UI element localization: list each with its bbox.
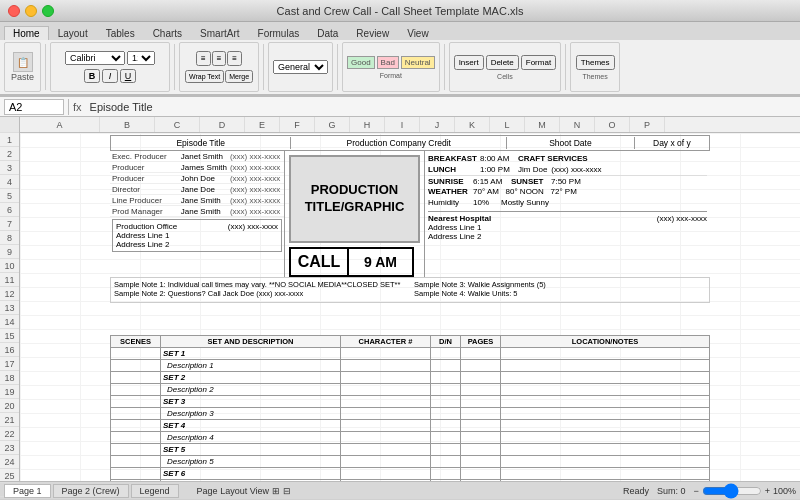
dn-cell [431, 360, 461, 372]
table-row: Description 1 [111, 360, 710, 372]
tab-layout[interactable]: Layout [49, 26, 97, 40]
tab-view[interactable]: View [398, 26, 438, 40]
dn-cell [431, 480, 461, 482]
col-l[interactable]: L [490, 117, 525, 132]
wrap-text-button[interactable]: Wrap Text [185, 70, 224, 83]
col-b[interactable]: B [100, 117, 155, 132]
tab-charts[interactable]: Charts [144, 26, 191, 40]
number-format-select[interactable]: General [273, 60, 328, 74]
col-k[interactable]: K [455, 117, 490, 132]
col-h[interactable]: H [350, 117, 385, 132]
crew-name-5: Jane Smith [181, 207, 230, 216]
align-right-button[interactable]: ≡ [227, 51, 242, 66]
crew-role-3: Director [110, 185, 181, 194]
delete-button[interactable]: Delete [486, 55, 519, 70]
row-header-8: 8 [0, 231, 19, 245]
maximize-button[interactable] [42, 5, 54, 17]
ribbon: Home Layout Tables Charts SmartArt Formu… [0, 22, 800, 97]
table-row: SET 1 [111, 348, 710, 360]
col-p[interactable]: P [630, 117, 665, 132]
loc-cell [501, 468, 710, 480]
col-m[interactable]: M [525, 117, 560, 132]
row-header-10: 10 [0, 259, 19, 273]
hospital-section: Nearest Hospital (xxx) xxx-xxxx Address … [428, 211, 707, 241]
merge-button[interactable]: Merge [225, 70, 253, 83]
col-f[interactable]: F [280, 117, 315, 132]
scene-cell [111, 468, 161, 480]
row-header-16: 16 [0, 343, 19, 357]
crew-role-4: Line Producer [110, 196, 181, 205]
loc-cell [501, 348, 710, 360]
paste-button[interactable]: 📋 Paste [9, 51, 36, 83]
minimize-button[interactable] [25, 5, 37, 17]
note4: Sample Note 4: Walkie Units: 5 [414, 289, 706, 298]
col-i[interactable]: I [385, 117, 420, 132]
row-header-4: 4 [0, 175, 19, 189]
crew-row-4: Line Producer Jane Smith (xxx) xxx-xxxx [110, 195, 284, 206]
col-n[interactable]: N [560, 117, 595, 132]
row-header-1: 1 [0, 133, 19, 147]
zoom-in-btn[interactable]: + [765, 486, 770, 496]
col-o[interactable]: O [595, 117, 630, 132]
tab-formulas[interactable]: Formulas [249, 26, 309, 40]
sheet-content[interactable]: Episode Title Production Company Credit … [20, 133, 800, 481]
char-cell [341, 480, 431, 482]
loc-cell [501, 384, 710, 396]
font-size-select[interactable]: 11 [127, 51, 155, 65]
format-button[interactable]: Format [521, 55, 556, 70]
view-controls: Page Layout View ⊞ ⊟ [197, 486, 291, 496]
col-c[interactable]: C [155, 117, 200, 132]
col-e[interactable]: E [245, 117, 280, 132]
tab-home[interactable]: Home [4, 26, 49, 40]
close-button[interactable] [8, 5, 20, 17]
char-cell [341, 360, 431, 372]
font-family-select[interactable]: Calibri [65, 51, 125, 65]
zoom-slider[interactable] [702, 483, 762, 499]
set-desc-cell: SET 6 [161, 468, 341, 480]
align-left-button[interactable]: ≡ [196, 51, 211, 66]
notes-right: Sample Note 3: Walkie Assignments (5) Sa… [406, 280, 706, 300]
sheet-tab-page1[interactable]: Page 1 [4, 484, 51, 498]
themes-button[interactable]: Themes [576, 55, 615, 70]
insert-button[interactable]: Insert [454, 55, 484, 70]
zoom-out-btn[interactable]: − [693, 486, 698, 496]
char-cell [341, 432, 431, 444]
underline-button[interactable]: U [120, 69, 136, 83]
crew-row-1: Producer James Smith (xxx) xxx-xxxx [110, 162, 284, 173]
sheet-tabs: Page 1 Page 2 (Crew) Legend [4, 484, 181, 498]
tab-tables[interactable]: Tables [97, 26, 144, 40]
call-sheet: Episode Title Production Company Credit … [110, 135, 710, 303]
sheet-tab-legend[interactable]: Legend [131, 484, 179, 498]
tab-review[interactable]: Review [347, 26, 398, 40]
sheet-tab-page2[interactable]: Page 2 (Crew) [53, 484, 129, 498]
production-office-box: Production Office (xxx) xxx-xxxx Address… [112, 219, 282, 252]
view-icon-2[interactable]: ⊟ [283, 486, 291, 496]
set-desc-cell: Description 4 [161, 432, 341, 444]
weather-vals: 70° AM 80° NOON 72° PM [473, 187, 577, 196]
hospital-phone: (xxx) xxx-xxxx [657, 214, 707, 223]
scene-cell [111, 456, 161, 468]
tab-data[interactable]: Data [308, 26, 347, 40]
view-icon-1[interactable]: ⊞ [272, 486, 280, 496]
col-g[interactable]: G [315, 117, 350, 132]
row-header-13: 13 [0, 301, 19, 315]
crew-section: Exec. Producer Janet Smith (xxx) xxx-xxx… [110, 151, 285, 277]
cell-reference-input[interactable] [4, 99, 64, 115]
bad-style: Bad [377, 56, 399, 69]
bold-button[interactable]: B [84, 69, 100, 83]
scene-cell [111, 384, 161, 396]
align-center-button[interactable]: ≡ [212, 51, 227, 66]
dn-cell [431, 348, 461, 360]
episode-title-cell: Episode Title [111, 137, 291, 149]
col-a[interactable]: A [20, 117, 100, 132]
col-j[interactable]: J [420, 117, 455, 132]
pages-cell [461, 384, 501, 396]
row-headers: 1 2 3 4 5 6 7 8 9 10 11 12 13 14 15 16 1… [0, 117, 20, 481]
col-d[interactable]: D [200, 117, 245, 132]
tab-smartart[interactable]: SmartArt [191, 26, 248, 40]
scene-cell [111, 372, 161, 384]
row-header-9: 9 [0, 245, 19, 259]
italic-button[interactable]: I [102, 69, 118, 83]
weather-desc: Mostly Sunny [501, 198, 549, 207]
row-header-22: 22 [0, 427, 19, 441]
